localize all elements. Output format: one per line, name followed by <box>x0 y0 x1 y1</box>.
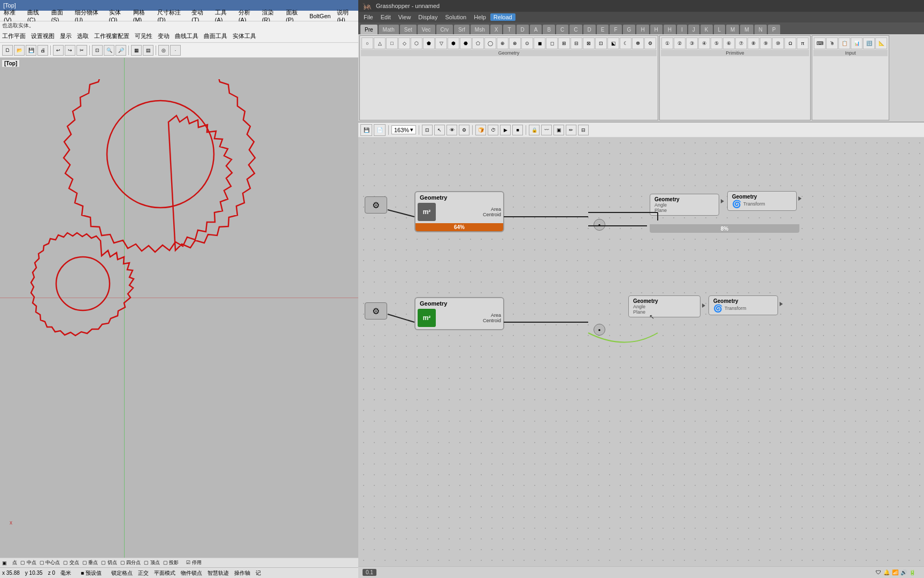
gh-tab-m1[interactable]: M <box>726 25 739 34</box>
input-icon-5[interactable]: 🔢 <box>863 37 875 49</box>
param-dot-bottom[interactable]: ● <box>594 324 605 336</box>
gh-tab-h3[interactable]: H <box>664 25 676 34</box>
gh-menu-file[interactable]: File <box>360 13 376 21</box>
input-icon-3[interactable]: 📋 <box>838 37 850 49</box>
gh-tb-wire[interactable]: 〰 <box>541 125 552 135</box>
menu-solid[interactable]: 实体(O) <box>107 9 128 23</box>
menu-curve[interactable]: 曲线(C) <box>26 9 47 23</box>
snap-perp[interactable]: ▢ 垂点 <box>82 559 98 566</box>
tb-icon-zoom-in[interactable]: 🔍 <box>104 45 114 56</box>
status-plane[interactable]: 平面模式 <box>154 569 175 577</box>
prim-icon-8[interactable]: ⑧ <box>748 37 759 49</box>
prim-icon-7[interactable]: ⑦ <box>735 37 747 49</box>
tb-icon-snap[interactable]: ◎ <box>158 45 169 56</box>
prim-icon-6[interactable]: ⑥ <box>723 37 735 49</box>
prim-icon-11[interactable]: Ω <box>784 37 796 49</box>
gh-tb-zoomfit[interactable]: ⊡ <box>422 125 433 135</box>
geo-input-bottom[interactable]: Geometry Angle Plane <box>628 295 700 317</box>
gh-tab-n[interactable]: N <box>754 25 767 34</box>
gh-canvas[interactable]: ⚙ Geometry m² Area Centroid 64% ● Geomet… <box>358 138 924 566</box>
snap-proj[interactable]: ▢ 投影 <box>163 559 179 566</box>
gh-tb-timer[interactable]: ⏱ <box>488 125 498 135</box>
geo-icon-9[interactable]: ⬣ <box>460 37 472 49</box>
tb-setview[interactable]: 设置视图 <box>31 32 55 40</box>
gh-tab-b1[interactable]: B <box>543 25 555 34</box>
tb-transform[interactable]: 变动 <box>158 32 170 40</box>
snap-point[interactable]: 点 <box>12 559 17 566</box>
snap-center[interactable]: ▢ 中心点 <box>40 559 60 566</box>
gh-tab-g[interactable]: G <box>623 25 636 34</box>
gh-tab-a[interactable]: A <box>530 25 542 34</box>
status-smarttrack[interactable]: 智慧轨迹 <box>207 569 229 577</box>
gh-tab-m2[interactable]: M <box>740 25 753 34</box>
tb-visibility[interactable]: 可见性 <box>135 32 152 40</box>
snap-disabled[interactable]: ☑ 停用 <box>186 559 202 566</box>
tb-icon-cut[interactable]: ✂ <box>76 45 87 56</box>
geo-icon-14[interactable]: ⊙ <box>521 37 533 49</box>
gh-timer-btn[interactable]: 0.1 <box>363 569 376 576</box>
gh-tab-d2[interactable]: D <box>583 25 596 34</box>
geo-icon-2[interactable]: △ <box>374 37 386 49</box>
tb-icon-props[interactable]: ▤ <box>143 45 153 56</box>
gh-tab-crv[interactable]: Crv <box>436 25 453 34</box>
prim-icon-12[interactable]: π <box>797 37 808 49</box>
prim-icon-10[interactable]: ⑩ <box>772 37 784 49</box>
menu-mesh[interactable]: 网格(M) <box>132 9 153 23</box>
gh-tb-run[interactable]: ▶ <box>500 125 511 135</box>
tb-icon-save[interactable]: 💾 <box>26 45 36 56</box>
status-ortho[interactable]: 正交 <box>138 569 149 577</box>
menu-surface[interactable]: 曲面(S) <box>50 9 70 23</box>
gh-tab-set[interactable]: Set <box>400 25 417 34</box>
gh-tb-select[interactable]: ↖ <box>434 125 445 135</box>
menu-analysis[interactable]: 分析(A) <box>237 9 257 23</box>
geo-icon-19[interactable]: ⊠ <box>583 37 595 49</box>
tb-icon-open[interactable]: 📂 <box>14 45 25 56</box>
gh-tab-p[interactable]: P <box>768 25 780 34</box>
geo-icon-23[interactable]: ☸ <box>632 37 644 49</box>
gh-tab-srf[interactable]: Srf <box>454 25 469 34</box>
gh-tb-doc[interactable]: 📄 <box>374 124 386 136</box>
gh-reload-button[interactable]: Reload <box>490 13 515 21</box>
zoom-dropdown-icon[interactable]: ▾ <box>410 126 413 133</box>
tb-solid-tools[interactable]: 实体工具 <box>233 32 256 40</box>
menu-render[interactable]: 渲染(R) <box>260 9 281 23</box>
gh-tb-sketch[interactable]: ✏ <box>566 125 576 135</box>
gh-tab-h2[interactable]: H <box>650 25 663 34</box>
geo-icon-16[interactable]: ◻ <box>546 37 558 49</box>
geo-icon-12[interactable]: ⊕ <box>497 37 509 49</box>
geo-icon-15[interactable]: ◼ <box>534 37 545 49</box>
gh-menu-help[interactable]: Help <box>471 13 489 21</box>
menu-help[interactable]: 说明(H) <box>335 9 356 23</box>
gh-menu-display[interactable]: Display <box>415 13 441 21</box>
gh-menu-solution[interactable]: Solution <box>442 13 469 21</box>
status-lock[interactable]: 锁定格点 <box>111 569 133 577</box>
geo-icon-5[interactable]: ⬡ <box>411 37 422 49</box>
tb-display[interactable]: 显示 <box>60 32 72 40</box>
geo-icon-21[interactable]: ⬕ <box>607 37 619 49</box>
menu-tools[interactable]: 工具(A) <box>213 9 234 23</box>
geo-icon-11[interactable]: ◯ <box>484 37 496 49</box>
gh-tab-d[interactable]: D <box>517 25 529 34</box>
geo-icon-20[interactable]: ⊡ <box>595 37 607 49</box>
geo-icon-24[interactable]: ⚙ <box>644 37 656 49</box>
menu-standard[interactable]: 标准(V) <box>2 9 22 23</box>
geo-icon-17[interactable]: ⊞ <box>558 37 570 49</box>
param-node-top[interactable]: ⚙ <box>365 196 387 214</box>
gh-tab-h1[interactable]: H <box>636 25 649 34</box>
viewport-container[interactable]: [Top] x <box>0 58 358 558</box>
geo-input-top[interactable]: Geometry Angle Plane <box>650 194 719 216</box>
gh-tab-f[interactable]: F <box>610 25 621 34</box>
menu-subd[interactable]: 细分物体(U) <box>73 9 104 23</box>
gh-tab-i[interactable]: I <box>677 25 687 34</box>
gh-tab-msh[interactable]: Msh <box>471 25 489 34</box>
status-record[interactable]: 记 <box>256 569 261 577</box>
snap-midpoint[interactable]: ▢ 中点 <box>20 559 36 566</box>
snap-intersect[interactable]: ▢ 交点 <box>63 559 79 566</box>
tb-icon-zoom-out[interactable]: 🔎 <box>116 45 126 56</box>
gh-tb-group[interactable]: ▣ <box>553 125 564 135</box>
input-icon-6[interactable]: 📐 <box>875 37 887 49</box>
gh-tab-j[interactable]: J <box>688 25 699 34</box>
tb-curve-tools[interactable]: 曲线工具 <box>175 32 198 40</box>
gh-tab-math[interactable]: Math <box>379 25 399 34</box>
tb-workplane[interactable]: 工作平面 <box>2 32 26 40</box>
